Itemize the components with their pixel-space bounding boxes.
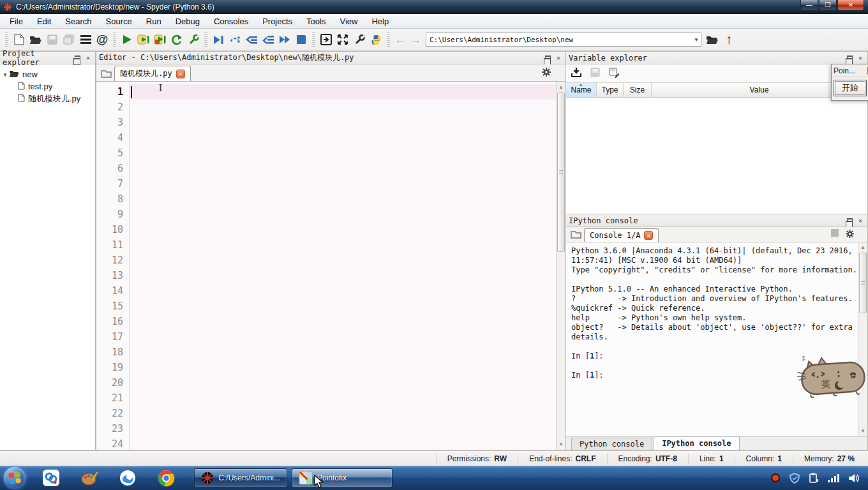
pointofix-start-button[interactable]: 开始: [834, 80, 867, 96]
step-over-button[interactable]: [227, 31, 243, 48]
symbol-finder-button[interactable]: @: [94, 31, 110, 48]
step-into-button[interactable]: [243, 31, 260, 48]
browse-tabs-icon[interactable]: [567, 226, 584, 242]
close-tab-icon[interactable]: ✕: [176, 70, 185, 78]
menu-debug[interactable]: Debug: [168, 15, 207, 27]
editor-vertical-scrollbar[interactable]: ▲ ▼: [556, 82, 565, 450]
pointofix-mini-window[interactable]: Poin... x 开始: [831, 64, 868, 101]
scroll-down-icon[interactable]: ▼: [858, 427, 867, 436]
scrollbar-thumb[interactable]: [859, 253, 867, 313]
variable-table-body[interactable]: [566, 98, 867, 214]
editor-tab[interactable]: 随机模块儿.py ✕: [114, 66, 191, 81]
run-file-button[interactable]: [119, 31, 135, 48]
undock-icon[interactable]: [543, 54, 552, 62]
close-panel-icon[interactable]: ✕: [84, 54, 93, 62]
close-tab-icon[interactable]: ✕: [644, 231, 653, 240]
restore-button[interactable]: ❐: [819, 0, 837, 11]
paint-app-icon[interactable]: [80, 469, 98, 487]
tree-root-folder[interactable]: ▾new: [1, 68, 94, 80]
run-cell-button[interactable]: [135, 31, 152, 48]
menu-search[interactable]: Search: [58, 15, 98, 27]
console-options-gear-icon[interactable]: [845, 229, 855, 241]
working-directory-combo[interactable]: ▼: [426, 33, 701, 47]
new-file-button[interactable]: [11, 31, 27, 48]
menu-projects[interactable]: Projects: [255, 15, 299, 27]
tree-file-item[interactable]: 随机模块儿.py: [1, 93, 94, 105]
menu-source[interactable]: Source: [99, 15, 139, 27]
close-panel-icon[interactable]: ✕: [856, 216, 865, 225]
bottom-tab-ipython-console[interactable]: IPython console: [654, 436, 739, 450]
open-file-button[interactable]: [27, 31, 44, 48]
step-return-button[interactable]: [260, 31, 276, 48]
continue-button[interactable]: [276, 31, 293, 48]
taskbar-button-pointofix[interactable]: Pointofix: [292, 468, 393, 487]
forward-button[interactable]: →: [408, 33, 423, 47]
start-button[interactable]: [4, 467, 26, 489]
import-data-icon[interactable]: [571, 68, 581, 79]
remote-app-icon[interactable]: [42, 469, 60, 487]
configure-run-button[interactable]: [185, 31, 202, 48]
editor-options-gear-icon[interactable]: [541, 67, 551, 79]
save-button[interactable]: [44, 31, 61, 48]
title-bar[interactable]: C:/Users/Administrator/Desktop/new - Spy…: [0, 0, 868, 14]
status-value: 1: [777, 454, 782, 463]
save-data-as-icon[interactable]: [609, 68, 620, 80]
menu-edit[interactable]: Edit: [30, 15, 58, 27]
minimize-button[interactable]: —: [800, 0, 818, 11]
debug-file-button[interactable]: [210, 31, 227, 48]
file-switcher-button[interactable]: [77, 31, 94, 48]
tree-file-item[interactable]: test.py: [1, 80, 94, 93]
back-button[interactable]: ←: [393, 33, 408, 47]
clipboard-tray-icon[interactable]: [809, 473, 819, 484]
undock-icon[interactable]: [73, 54, 82, 62]
scroll-up-icon[interactable]: ▲: [557, 83, 565, 92]
volume-icon[interactable]: [848, 473, 859, 483]
rerun-cell-button[interactable]: [168, 31, 185, 48]
scrollbar-thumb[interactable]: [557, 93, 565, 252]
python-path-button[interactable]: [368, 31, 384, 48]
scroll-down-icon[interactable]: ▼: [557, 440, 565, 449]
line-number: 21: [96, 390, 123, 406]
console-vertical-scrollbar[interactable]: ▲ ▼: [858, 242, 867, 436]
chrome-icon[interactable]: [157, 469, 175, 487]
editor-tab-label: 随机模块儿.py: [120, 68, 172, 79]
toolbar-grip: [204, 33, 207, 47]
chevron-down-icon[interactable]: ▼: [692, 37, 701, 43]
column-header-size[interactable]: Size: [624, 83, 652, 98]
parent-directory-button[interactable]: ↑: [721, 31, 737, 48]
browse-directory-button[interactable]: [704, 31, 721, 48]
undock-icon[interactable]: [845, 216, 854, 225]
close-button[interactable]: ✕: [837, 0, 864, 11]
run-cell-advance-button[interactable]: [152, 31, 168, 48]
scroll-up-icon[interactable]: ▲: [858, 243, 867, 252]
undock-icon[interactable]: [845, 54, 854, 62]
menu-help[interactable]: Help: [364, 15, 396, 27]
menu-view[interactable]: View: [333, 15, 364, 27]
browse-tabs-icon[interactable]: [98, 66, 114, 81]
menu-consoles[interactable]: Consoles: [207, 15, 255, 27]
bottom-tab-python-console[interactable]: Python console: [571, 438, 652, 450]
menu-tools[interactable]: Tools: [299, 15, 333, 27]
shield-tray-icon[interactable]: [789, 473, 800, 484]
column-header-type[interactable]: Type: [597, 83, 624, 98]
close-panel-icon[interactable]: ✕: [856, 54, 865, 62]
working-directory-input[interactable]: [426, 36, 692, 44]
menu-run[interactable]: Run: [139, 15, 168, 27]
browser-app-icon[interactable]: [119, 469, 137, 487]
column-header-name[interactable]: Name▲: [566, 83, 597, 98]
pointofix-title-bar[interactable]: Poin... x: [832, 64, 868, 77]
tools-button[interactable]: [351, 31, 368, 48]
recording-tray-icon[interactable]: [770, 473, 781, 483]
expand-caret-icon[interactable]: ▾: [1, 71, 9, 78]
console-output[interactable]: Python 3.6.0 |Anaconda 4.3.1 (64-bit)| (…: [566, 242, 867, 436]
code-editor-area[interactable]: 123456789101112131415161718192021222324 …: [96, 82, 565, 450]
save-all-button[interactable]: [61, 31, 77, 48]
network-signal-icon[interactable]: [828, 473, 839, 482]
console-tab[interactable]: Console 1/A ✕: [584, 228, 659, 242]
menu-file[interactable]: File: [3, 15, 30, 27]
stop-debug-button[interactable]: [293, 31, 310, 48]
fullscreen-button[interactable]: [334, 31, 351, 48]
taskbar-button-spyder[interactable]: C:/Users/Admini...: [194, 468, 287, 487]
maximize-pane-button[interactable]: [318, 31, 334, 48]
close-panel-icon[interactable]: ✕: [554, 54, 563, 62]
